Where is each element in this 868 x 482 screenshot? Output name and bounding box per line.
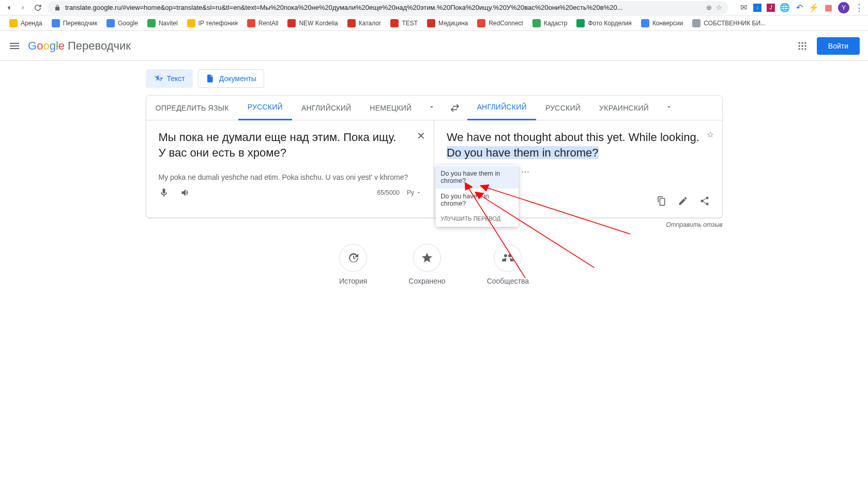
address-bar[interactable]: translate.google.ru/#view=home&op=transl… xyxy=(48,1,728,14)
google-logo-text: Google xyxy=(28,39,65,53)
src-lang-german[interactable]: НЕМЕЦКИЙ xyxy=(360,96,421,120)
quick-saved[interactable]: Сохранено xyxy=(408,244,445,285)
history-icon xyxy=(347,252,359,264)
bookmark-label: Кадастр xyxy=(544,20,568,27)
bookmark-item[interactable]: RedConnect xyxy=(477,19,523,27)
suggestion-option-2[interactable]: Do you have it in chrome? xyxy=(436,189,519,211)
bookmark-favicon xyxy=(347,19,356,27)
lock-icon xyxy=(54,4,61,11)
listen-source-icon[interactable] xyxy=(180,188,191,198)
bookmark-item[interactable]: Конверсии xyxy=(641,19,683,27)
url-ellipsis-icon: ⊕ xyxy=(706,4,712,11)
bookmark-label: Navitel xyxy=(159,20,178,27)
profile-avatar[interactable]: Y xyxy=(838,2,849,13)
target-text-highlighted[interactable]: Do you have them in chrome? xyxy=(447,146,599,159)
bookmark-item[interactable]: СОБСТВЕННИК БИ... xyxy=(692,19,766,27)
nav-forward-button[interactable] xyxy=(19,3,28,12)
bookmark-item[interactable]: Фото Корделия xyxy=(576,19,631,27)
mic-icon[interactable] xyxy=(159,188,169,198)
src-lang-more-button[interactable] xyxy=(421,103,443,113)
ext-icon-1[interactable]: ✉ xyxy=(739,3,748,12)
share-translation-icon[interactable] xyxy=(699,196,710,206)
suggestion-more-button[interactable]: ⋯ xyxy=(521,167,528,177)
tgt-lang-more-button[interactable] xyxy=(658,103,680,113)
source-text-input[interactable]: Мы пока не думали еще над этим. Пока ищу… xyxy=(159,130,422,167)
ext-icon-5[interactable]: ↶ xyxy=(795,3,804,12)
quick-community[interactable]: Сообщества xyxy=(487,244,529,285)
bookmark-item[interactable]: Google xyxy=(106,19,138,27)
tab-text[interactable]: Текст xyxy=(146,69,193,88)
menu-button[interactable] xyxy=(8,40,21,52)
bookmark-label: RedConnect xyxy=(489,20,523,27)
translation-suggestions-popup: Do you have them in chrome? Do you have … xyxy=(436,165,519,227)
copy-translation-icon[interactable] xyxy=(656,196,666,206)
bookmark-favicon xyxy=(576,19,585,27)
bookmark-label: Фото Корделия xyxy=(588,20,631,27)
ext-icon-7[interactable]: ▦ xyxy=(824,3,833,12)
bookmark-star-icon[interactable]: ☆ xyxy=(716,4,722,11)
tab-documents-label: Документы xyxy=(219,74,256,83)
tgt-lang-ukrainian[interactable]: УКРАИНСКИЙ xyxy=(590,96,658,120)
bookmark-favicon xyxy=(477,19,485,27)
bookmark-item[interactable]: Кадастр xyxy=(532,19,568,27)
src-lang-russian[interactable]: РУССКИЙ xyxy=(238,96,292,120)
suggestion-option-1[interactable]: Do you have them in chrome? xyxy=(436,166,519,189)
improve-translation-link[interactable]: УЛУЧШИТЬ ПЕРЕВОД xyxy=(436,211,519,226)
quick-history[interactable]: История xyxy=(339,244,367,285)
quick-community-label: Сообщества xyxy=(487,277,529,285)
bookmark-item[interactable]: IP телефония xyxy=(187,19,238,27)
target-text-output[interactable]: We have not thought about this yet. Whil… xyxy=(447,130,710,167)
tgt-lang-russian[interactable]: РУССКИЙ xyxy=(536,96,590,120)
send-feedback-link[interactable]: Отправить отзыв xyxy=(146,221,723,228)
edit-translation-icon[interactable] xyxy=(678,196,688,206)
nav-reload-button[interactable] xyxy=(33,3,42,12)
src-lang-detect[interactable]: ОПРЕДЕЛИТЬ ЯЗЫК xyxy=(146,96,238,120)
bookmark-favicon xyxy=(390,19,399,27)
bookmark-label: IP телефония xyxy=(199,20,238,27)
ext-icon-3[interactable]: J xyxy=(767,4,775,12)
bookmark-label: СОБСТВЕННИК БИ... xyxy=(704,20,766,27)
signin-button[interactable]: Войти xyxy=(817,37,860,55)
swap-languages-button[interactable] xyxy=(443,96,467,120)
bookmark-item[interactable]: RentAll xyxy=(247,19,279,27)
bookmark-favicon xyxy=(147,19,156,27)
bookmark-favicon xyxy=(52,19,60,27)
bookmark-item[interactable]: Каталог xyxy=(347,19,382,27)
bookmark-favicon xyxy=(692,19,701,27)
google-translate-logo[interactable]: Google Переводчик xyxy=(28,39,131,53)
bookmarks-bar: АрендаПереводчикGoogleNavitelIP телефони… xyxy=(0,15,868,31)
bookmark-item[interactable]: NEW Kordelia xyxy=(287,19,338,27)
save-translation-star-icon[interactable]: ☆ xyxy=(707,130,714,139)
source-transliteration: My poka ne dumali yeshche nad etim. Poka… xyxy=(159,173,422,181)
ext-icon-2[interactable]: ↓ xyxy=(753,4,762,12)
clear-source-button[interactable]: ✕ xyxy=(417,130,425,142)
translate-icon xyxy=(154,74,163,83)
ime-selector[interactable]: Ру xyxy=(407,189,421,196)
ext-icon-4[interactable]: 🌐 xyxy=(780,3,789,12)
bookmark-label: Google xyxy=(118,20,138,27)
char-counter: 65/5000 xyxy=(377,189,400,196)
translate-panel: ОПРЕДЕЛИТЬ ЯЗЫК РУССКИЙ АНГЛИЙСКИЙ НЕМЕЦ… xyxy=(146,95,723,218)
tgt-lang-english[interactable]: АНГЛИЙСКИЙ xyxy=(467,96,536,120)
bookmark-label: NEW Kordelia xyxy=(299,20,338,27)
bookmark-label: Каталог xyxy=(359,20,382,27)
bookmark-item[interactable]: TEST xyxy=(390,19,418,27)
browser-menu-button[interactable]: ⋮ xyxy=(855,2,864,13)
bookmark-item[interactable]: Переводчик xyxy=(52,19,98,27)
quick-history-label: История xyxy=(339,277,367,285)
bookmark-item[interactable]: Navitel xyxy=(147,19,178,27)
google-apps-button[interactable] xyxy=(797,41,808,51)
bookmark-item[interactable]: Медицина xyxy=(427,19,468,27)
bookmark-label: Конверсии xyxy=(652,20,683,27)
bookmark-favicon xyxy=(9,19,18,27)
ext-icon-6[interactable]: ⚡ xyxy=(809,3,818,12)
src-lang-english[interactable]: АНГЛИЙСКИЙ xyxy=(292,96,360,120)
svg-point-2 xyxy=(804,42,806,43)
url-text: translate.google.ru/#view=home&op=transl… xyxy=(65,4,702,11)
nav-back-button[interactable] xyxy=(4,3,13,12)
tab-documents[interactable]: Документы xyxy=(198,69,264,88)
bookmark-label: TEST xyxy=(402,20,418,27)
bookmark-item[interactable]: Аренда xyxy=(9,19,42,27)
bookmark-favicon xyxy=(427,19,435,27)
bookmark-label: RentAll xyxy=(258,20,279,27)
